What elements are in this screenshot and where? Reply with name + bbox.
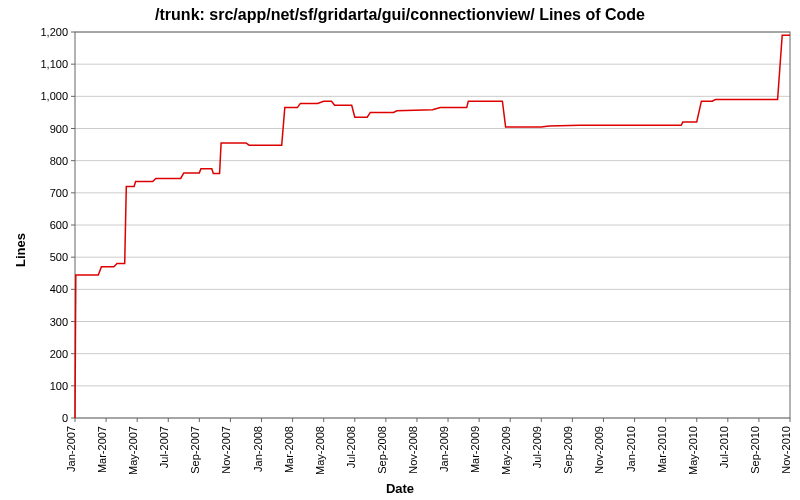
svg-text:0: 0 — [62, 412, 68, 424]
svg-text:Jul-2008: Jul-2008 — [345, 426, 357, 468]
svg-text:Sep-2009: Sep-2009 — [562, 426, 574, 474]
svg-text:300: 300 — [50, 316, 68, 328]
svg-text:May-2010: May-2010 — [687, 426, 699, 475]
svg-text:Nov-2007: Nov-2007 — [220, 426, 232, 474]
svg-text:Jan-2007: Jan-2007 — [65, 426, 77, 472]
svg-text:May-2007: May-2007 — [127, 426, 139, 475]
svg-text:1,200: 1,200 — [40, 26, 68, 38]
svg-text:Sep-2010: Sep-2010 — [749, 426, 761, 474]
svg-text:700: 700 — [50, 187, 68, 199]
svg-text:Mar-2009: Mar-2009 — [469, 426, 481, 473]
svg-text:100: 100 — [50, 380, 68, 392]
svg-text:900: 900 — [50, 123, 68, 135]
svg-text:600: 600 — [50, 219, 68, 231]
loc-chart: /trunk: src/app/net/sf/gridarta/gui/conn… — [0, 0, 800, 500]
svg-text:Jan-2009: Jan-2009 — [438, 426, 450, 472]
chart-plot-area: 01002003004005006007008009001,0001,1001,… — [0, 0, 800, 500]
svg-text:Mar-2010: Mar-2010 — [656, 426, 668, 473]
svg-text:May-2009: May-2009 — [500, 426, 512, 475]
svg-text:Mar-2007: Mar-2007 — [96, 426, 108, 473]
svg-text:800: 800 — [50, 155, 68, 167]
svg-text:Nov-2008: Nov-2008 — [407, 426, 419, 474]
svg-text:Jul-2010: Jul-2010 — [718, 426, 730, 468]
svg-text:Sep-2008: Sep-2008 — [376, 426, 388, 474]
svg-text:Jan-2008: Jan-2008 — [252, 426, 264, 472]
svg-text:500: 500 — [50, 251, 68, 263]
svg-text:400: 400 — [50, 283, 68, 295]
svg-text:200: 200 — [50, 348, 68, 360]
svg-text:Jan-2010: Jan-2010 — [625, 426, 637, 472]
svg-text:Nov-2009: Nov-2009 — [593, 426, 605, 474]
svg-text:Sep-2007: Sep-2007 — [189, 426, 201, 474]
svg-text:1,000: 1,000 — [40, 90, 68, 102]
svg-text:Nov-2010: Nov-2010 — [780, 426, 792, 474]
svg-text:1,100: 1,100 — [40, 58, 68, 70]
svg-text:Mar-2008: Mar-2008 — [283, 426, 295, 473]
svg-text:May-2008: May-2008 — [314, 426, 326, 475]
svg-text:Jul-2009: Jul-2009 — [531, 426, 543, 468]
svg-text:Jul-2007: Jul-2007 — [158, 426, 170, 468]
